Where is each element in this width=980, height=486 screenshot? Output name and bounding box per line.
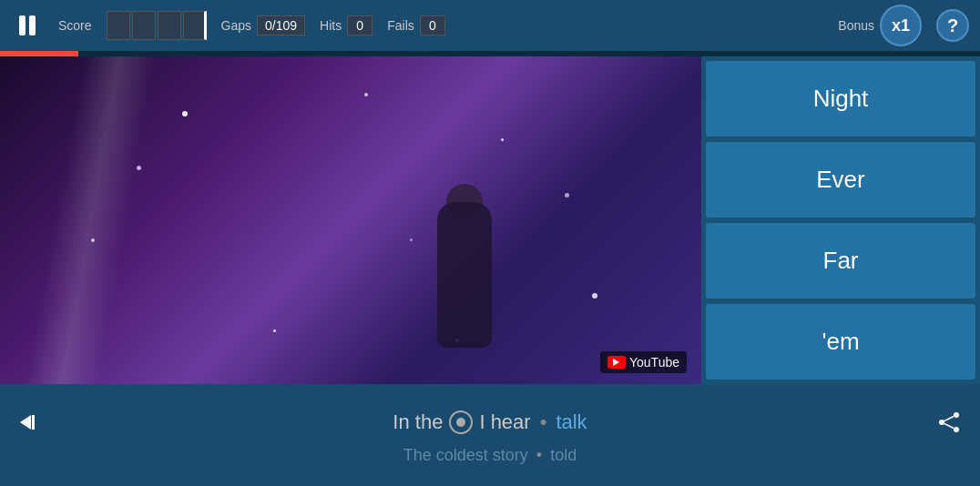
bonus-multiplier: x1 — [880, 5, 922, 46]
score-digit-4 — [183, 11, 207, 40]
fails-label: Fails — [387, 18, 414, 33]
gaps-label: Gaps — [221, 18, 251, 33]
youtube-play-icon — [613, 359, 619, 366]
rewind-button[interactable] — [15, 406, 47, 439]
lyrics-next-bullet: • — [536, 446, 542, 464]
video-placeholder: YouTube — [0, 56, 701, 384]
fails-value: 0 — [420, 15, 445, 35]
score-digit-2 — [132, 11, 156, 40]
hits-stat: Hits 0 — [320, 15, 373, 35]
lyrics-main-line: In the I hear • talk — [47, 410, 933, 435]
answer-panel: Night Ever Far 'em — [701, 56, 980, 384]
pause-icon — [19, 15, 36, 35]
lyrics-part2: I hear — [479, 410, 530, 434]
svg-rect-1 — [32, 415, 35, 430]
hits-value: 0 — [347, 15, 373, 35]
score-digit-3 — [158, 11, 181, 40]
lyrics-controls: In the I hear • talk — [0, 406, 980, 439]
svg-point-6 — [954, 427, 959, 432]
sparkle — [501, 138, 504, 141]
answer-button-ever[interactable]: Ever — [705, 141, 976, 218]
lyrics-bullet-1: • — [540, 410, 547, 434]
svg-point-4 — [954, 412, 959, 418]
sparkle — [137, 166, 141, 170]
lyrics-highlighted: talk — [556, 410, 587, 434]
sparkle — [273, 329, 276, 332]
svg-point-5 — [939, 420, 944, 425]
lyrics-prefix: In the — [393, 410, 443, 434]
hits-label: Hits — [320, 18, 342, 33]
pause-button[interactable] — [11, 9, 44, 42]
sparkle — [182, 111, 188, 116]
sparkle — [91, 238, 95, 242]
gaps-stat: Gaps 0/109 — [221, 15, 306, 35]
youtube-watermark: YouTube — [600, 351, 687, 373]
character-figure — [410, 184, 519, 366]
sparkle — [592, 293, 597, 299]
gaps-value: 0/109 — [257, 15, 305, 35]
share-icon — [936, 410, 962, 435]
lyrics-section: In the I hear • talk — [0, 384, 980, 486]
svg-marker-0 — [20, 415, 31, 430]
answer-button-far[interactable]: Far — [705, 222, 976, 299]
help-button[interactable]: ? — [936, 9, 969, 42]
main-content: YouTube Night Ever Far 'em — [0, 56, 980, 384]
svg-line-8 — [944, 423, 954, 428]
youtube-text: YouTube — [629, 355, 679, 370]
rewind-icon — [18, 410, 44, 435]
gap-circle-icon — [448, 410, 474, 435]
svg-line-7 — [944, 416, 954, 420]
lyrics-next-part1: The coldest story — [403, 446, 528, 464]
svg-point-3 — [456, 418, 465, 427]
sparkle — [364, 93, 368, 96]
figure-body — [437, 202, 492, 348]
answer-button-em[interactable]: 'em — [705, 303, 976, 380]
score-digit-1 — [107, 11, 130, 40]
fails-stat: Fails 0 — [387, 15, 445, 35]
answer-button-night[interactable]: Night — [705, 60, 976, 137]
score-label: Score — [58, 18, 92, 33]
lyrics-gap-icon — [448, 410, 474, 435]
score-display — [107, 11, 207, 40]
light-beam — [26, 56, 156, 384]
top-bar: Score Gaps 0/109 Hits 0 Fails 0 Bonus x1… — [0, 0, 980, 51]
lyrics-gap-container: In the I hear • talk — [393, 410, 587, 435]
video-area: YouTube — [0, 56, 701, 384]
lyrics-next-part2: told — [550, 446, 577, 464]
bonus-section: Bonus x1 — [838, 5, 922, 46]
share-button[interactable] — [933, 406, 965, 439]
lyrics-next-line: The coldest story • told — [403, 446, 577, 465]
sparkle — [565, 193, 569, 197]
bonus-label: Bonus — [838, 18, 874, 33]
youtube-logo — [607, 356, 626, 369]
